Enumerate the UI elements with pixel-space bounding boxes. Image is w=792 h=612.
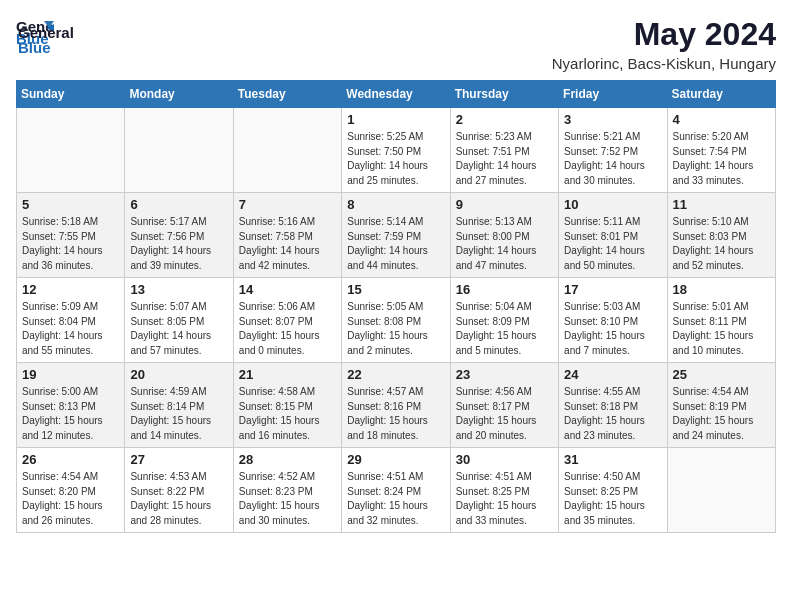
day-number: 13 [130, 282, 227, 297]
day-info: Sunrise: 5:23 AM Sunset: 7:51 PM Dayligh… [456, 130, 553, 188]
weekday-header: Saturday [667, 81, 775, 108]
weekday-header: Tuesday [233, 81, 341, 108]
calendar-cell: 10Sunrise: 5:11 AM Sunset: 8:01 PM Dayli… [559, 193, 667, 278]
day-number: 25 [673, 367, 770, 382]
day-number: 17 [564, 282, 661, 297]
day-number: 29 [347, 452, 444, 467]
calendar-cell: 20Sunrise: 4:59 AM Sunset: 8:14 PM Dayli… [125, 363, 233, 448]
day-info: Sunrise: 5:01 AM Sunset: 8:11 PM Dayligh… [673, 300, 770, 358]
day-number: 27 [130, 452, 227, 467]
day-info: Sunrise: 5:09 AM Sunset: 8:04 PM Dayligh… [22, 300, 119, 358]
calendar-cell: 11Sunrise: 5:10 AM Sunset: 8:03 PM Dayli… [667, 193, 775, 278]
calendar-cell [667, 448, 775, 533]
day-info: Sunrise: 4:51 AM Sunset: 8:24 PM Dayligh… [347, 470, 444, 528]
day-number: 26 [22, 452, 119, 467]
day-info: Sunrise: 5:14 AM Sunset: 7:59 PM Dayligh… [347, 215, 444, 273]
logo-blue: Blue [18, 39, 74, 56]
day-number: 7 [239, 197, 336, 212]
calendar-cell: 5Sunrise: 5:18 AM Sunset: 7:55 PM Daylig… [17, 193, 125, 278]
day-number: 18 [673, 282, 770, 297]
title-area: May 2024 Nyarlorinc, Bacs-Kiskun, Hungar… [552, 16, 776, 72]
day-number: 21 [239, 367, 336, 382]
calendar-cell: 19Sunrise: 5:00 AM Sunset: 8:13 PM Dayli… [17, 363, 125, 448]
day-number: 15 [347, 282, 444, 297]
calendar-subtitle: Nyarlorinc, Bacs-Kiskun, Hungary [552, 55, 776, 72]
day-number: 22 [347, 367, 444, 382]
day-number: 4 [673, 112, 770, 127]
day-info: Sunrise: 5:16 AM Sunset: 7:58 PM Dayligh… [239, 215, 336, 273]
day-number: 3 [564, 112, 661, 127]
day-info: Sunrise: 5:21 AM Sunset: 7:52 PM Dayligh… [564, 130, 661, 188]
day-info: Sunrise: 5:11 AM Sunset: 8:01 PM Dayligh… [564, 215, 661, 273]
day-number: 24 [564, 367, 661, 382]
calendar-cell: 29Sunrise: 4:51 AM Sunset: 8:24 PM Dayli… [342, 448, 450, 533]
day-info: Sunrise: 5:06 AM Sunset: 8:07 PM Dayligh… [239, 300, 336, 358]
calendar-cell: 26Sunrise: 4:54 AM Sunset: 8:20 PM Dayli… [17, 448, 125, 533]
day-info: Sunrise: 5:03 AM Sunset: 8:10 PM Dayligh… [564, 300, 661, 358]
calendar-week-row: 26Sunrise: 4:54 AM Sunset: 8:20 PM Dayli… [17, 448, 776, 533]
calendar-cell [125, 108, 233, 193]
calendar-week-row: 1Sunrise: 5:25 AM Sunset: 7:50 PM Daylig… [17, 108, 776, 193]
day-number: 11 [673, 197, 770, 212]
calendar-title: May 2024 [552, 16, 776, 53]
day-number: 16 [456, 282, 553, 297]
calendar-cell: 22Sunrise: 4:57 AM Sunset: 8:16 PM Dayli… [342, 363, 450, 448]
day-info: Sunrise: 4:55 AM Sunset: 8:18 PM Dayligh… [564, 385, 661, 443]
day-info: Sunrise: 4:59 AM Sunset: 8:14 PM Dayligh… [130, 385, 227, 443]
logo: General Blue General Blue [16, 16, 74, 56]
calendar-week-row: 12Sunrise: 5:09 AM Sunset: 8:04 PM Dayli… [17, 278, 776, 363]
header: General Blue General Blue May 2024 Nyarl… [16, 16, 776, 72]
day-info: Sunrise: 4:57 AM Sunset: 8:16 PM Dayligh… [347, 385, 444, 443]
calendar-cell: 30Sunrise: 4:51 AM Sunset: 8:25 PM Dayli… [450, 448, 558, 533]
day-info: Sunrise: 5:25 AM Sunset: 7:50 PM Dayligh… [347, 130, 444, 188]
day-info: Sunrise: 4:50 AM Sunset: 8:25 PM Dayligh… [564, 470, 661, 528]
calendar-cell: 28Sunrise: 4:52 AM Sunset: 8:23 PM Dayli… [233, 448, 341, 533]
day-info: Sunrise: 5:17 AM Sunset: 7:56 PM Dayligh… [130, 215, 227, 273]
calendar-cell: 4Sunrise: 5:20 AM Sunset: 7:54 PM Daylig… [667, 108, 775, 193]
day-info: Sunrise: 4:56 AM Sunset: 8:17 PM Dayligh… [456, 385, 553, 443]
calendar-cell: 21Sunrise: 4:58 AM Sunset: 8:15 PM Dayli… [233, 363, 341, 448]
calendar-cell: 17Sunrise: 5:03 AM Sunset: 8:10 PM Dayli… [559, 278, 667, 363]
weekday-header: Monday [125, 81, 233, 108]
calendar-table: SundayMondayTuesdayWednesdayThursdayFrid… [16, 80, 776, 533]
day-number: 19 [22, 367, 119, 382]
calendar-cell: 25Sunrise: 4:54 AM Sunset: 8:19 PM Dayli… [667, 363, 775, 448]
day-info: Sunrise: 5:04 AM Sunset: 8:09 PM Dayligh… [456, 300, 553, 358]
day-info: Sunrise: 5:10 AM Sunset: 8:03 PM Dayligh… [673, 215, 770, 273]
day-number: 6 [130, 197, 227, 212]
day-info: Sunrise: 5:05 AM Sunset: 8:08 PM Dayligh… [347, 300, 444, 358]
day-info: Sunrise: 4:58 AM Sunset: 8:15 PM Dayligh… [239, 385, 336, 443]
calendar-cell: 8Sunrise: 5:14 AM Sunset: 7:59 PM Daylig… [342, 193, 450, 278]
day-number: 23 [456, 367, 553, 382]
day-number: 9 [456, 197, 553, 212]
day-number: 8 [347, 197, 444, 212]
day-number: 12 [22, 282, 119, 297]
day-info: Sunrise: 5:13 AM Sunset: 8:00 PM Dayligh… [456, 215, 553, 273]
weekday-header: Wednesday [342, 81, 450, 108]
calendar-cell: 15Sunrise: 5:05 AM Sunset: 8:08 PM Dayli… [342, 278, 450, 363]
calendar-week-row: 19Sunrise: 5:00 AM Sunset: 8:13 PM Dayli… [17, 363, 776, 448]
calendar-cell: 16Sunrise: 5:04 AM Sunset: 8:09 PM Dayli… [450, 278, 558, 363]
day-info: Sunrise: 4:53 AM Sunset: 8:22 PM Dayligh… [130, 470, 227, 528]
calendar-cell: 3Sunrise: 5:21 AM Sunset: 7:52 PM Daylig… [559, 108, 667, 193]
calendar-cell: 6Sunrise: 5:17 AM Sunset: 7:56 PM Daylig… [125, 193, 233, 278]
day-info: Sunrise: 4:54 AM Sunset: 8:20 PM Dayligh… [22, 470, 119, 528]
calendar-cell: 9Sunrise: 5:13 AM Sunset: 8:00 PM Daylig… [450, 193, 558, 278]
calendar-cell: 13Sunrise: 5:07 AM Sunset: 8:05 PM Dayli… [125, 278, 233, 363]
weekday-header: Friday [559, 81, 667, 108]
calendar-cell: 2Sunrise: 5:23 AM Sunset: 7:51 PM Daylig… [450, 108, 558, 193]
calendar-cell: 14Sunrise: 5:06 AM Sunset: 8:07 PM Dayli… [233, 278, 341, 363]
day-number: 1 [347, 112, 444, 127]
day-info: Sunrise: 4:54 AM Sunset: 8:19 PM Dayligh… [673, 385, 770, 443]
day-info: Sunrise: 5:20 AM Sunset: 7:54 PM Dayligh… [673, 130, 770, 188]
day-number: 20 [130, 367, 227, 382]
day-number: 5 [22, 197, 119, 212]
day-number: 14 [239, 282, 336, 297]
calendar-cell: 1Sunrise: 5:25 AM Sunset: 7:50 PM Daylig… [342, 108, 450, 193]
day-number: 31 [564, 452, 661, 467]
calendar-cell: 27Sunrise: 4:53 AM Sunset: 8:22 PM Dayli… [125, 448, 233, 533]
day-info: Sunrise: 5:00 AM Sunset: 8:13 PM Dayligh… [22, 385, 119, 443]
day-info: Sunrise: 5:18 AM Sunset: 7:55 PM Dayligh… [22, 215, 119, 273]
calendar-cell [17, 108, 125, 193]
day-info: Sunrise: 4:52 AM Sunset: 8:23 PM Dayligh… [239, 470, 336, 528]
